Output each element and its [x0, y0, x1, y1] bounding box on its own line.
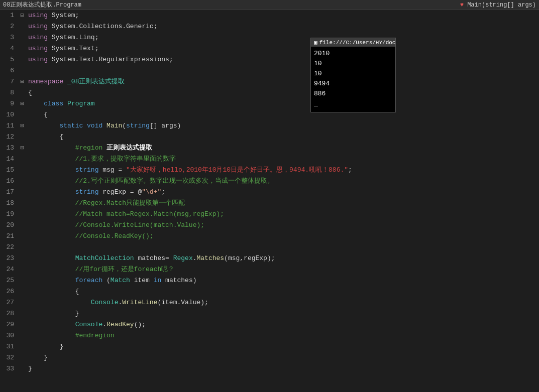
code-content — [26, 242, 539, 253]
token: //1.要求，提取字符串里面的数字 — [28, 155, 176, 163]
token: Console — [75, 321, 103, 328]
code-content: using System.Collections.Generic; — [26, 21, 539, 32]
fold-indicator — [18, 87, 26, 98]
token — [28, 277, 75, 284]
token: using — [28, 23, 48, 30]
fold-indicator — [18, 109, 26, 120]
token — [28, 299, 91, 306]
code-content: //1.要求，提取字符串里面的数字 — [26, 154, 539, 165]
token: static — [59, 122, 83, 129]
fold-indicator — [18, 297, 26, 308]
line-number: 25 — [0, 275, 18, 286]
token — [63, 78, 67, 85]
token: using — [28, 34, 48, 41]
code-content: { — [26, 132, 539, 143]
token — [83, 122, 87, 129]
fold-indicator — [18, 65, 26, 76]
table-row: 20 //Console.WriteLine(match.Value); — [0, 220, 539, 231]
fold-indicator — [18, 220, 26, 231]
code-editor[interactable]: 1⊟using System;2using System.Collections… — [0, 10, 539, 392]
fold-indicator[interactable]: ⊟ — [18, 120, 26, 132]
code-content: //Console.ReadKey(); — [26, 231, 539, 242]
fold-indicator — [18, 308, 26, 319]
token: ; — [161, 188, 165, 196]
title-left: 08正则表达式提取.Program — [3, 1, 270, 9]
token: using — [28, 12, 48, 19]
code-content — [26, 65, 539, 76]
fold-indicator — [18, 32, 26, 43]
line-number: 2 — [0, 21, 18, 32]
token — [28, 188, 75, 196]
table-row: 23 MatchCollection matches= Regex.Matche… — [0, 253, 539, 264]
line-number: 3 — [0, 32, 18, 43]
token: { — [28, 111, 48, 118]
table-row: 29 Console.ReadKey(); — [0, 319, 539, 330]
fold-indicator — [18, 21, 26, 32]
line-number: 19 — [0, 209, 18, 220]
token: using — [28, 56, 48, 63]
line-number: 4 — [0, 43, 18, 54]
token: WriteLine — [122, 299, 157, 306]
token: regExp = @ — [98, 188, 142, 196]
fold-indicator — [18, 275, 26, 286]
token: } — [28, 343, 63, 350]
fold-indicator[interactable]: ⊟ — [18, 10, 26, 21]
code-content: #region 正则表达式提取 — [26, 143, 539, 154]
code-content: using System; — [26, 10, 539, 21]
code-content: static void Main(string[] args) — [26, 120, 539, 132]
table-row: 9⊟ class Program — [0, 98, 539, 109]
code-lines: 1⊟using System;2using System.Collections… — [0, 10, 539, 374]
token: System.Collections.Generic; — [48, 23, 157, 30]
code-content: Console.ReadKey(); — [26, 319, 539, 330]
token — [63, 100, 67, 107]
token: "\d+" — [142, 188, 161, 196]
code-content: } — [26, 341, 539, 352]
token — [28, 166, 75, 174]
token: { — [28, 133, 63, 141]
console-icon: ▣ — [314, 39, 317, 46]
console-line: 9494 — [314, 79, 392, 89]
fold-indicator — [18, 132, 26, 143]
table-row: 10 { — [0, 109, 539, 120]
table-row: 33} — [0, 363, 539, 374]
token: #endregion — [75, 332, 115, 339]
code-content: using System.Text.RegularExpressions; — [26, 54, 539, 65]
token: 正则表达式提取 — [106, 144, 152, 152]
fold-indicator[interactable]: ⊟ — [18, 98, 26, 109]
code-content: //Console.WriteLine(match.Value); — [26, 220, 539, 231]
token: Main — [106, 122, 122, 129]
token: System.Linq; — [48, 34, 98, 41]
token: msg = — [98, 166, 126, 174]
table-row: 21 //Console.ReadKey(); — [0, 231, 539, 242]
code-content: MatchCollection matches= Regex.Matches(m… — [26, 253, 539, 264]
line-number: 17 — [0, 187, 18, 198]
token: matches= — [134, 254, 173, 262]
token: _08正则表达式提取 — [67, 78, 125, 85]
line-number: 12 — [0, 132, 18, 143]
line-number: 8 — [0, 87, 18, 98]
token — [28, 100, 44, 107]
token: System; — [48, 12, 79, 19]
table-row: 22 — [0, 242, 539, 253]
table-row: 8{ — [0, 87, 539, 98]
token — [28, 122, 59, 129]
fold-indicator — [18, 242, 26, 253]
table-row: 2using System.Collections.Generic; — [0, 21, 539, 32]
table-row: 18 //Regex.Match只能提取第一个匹配 — [0, 198, 539, 209]
code-content: namespace _08正则表达式提取 — [26, 76, 539, 87]
fold-indicator — [18, 341, 26, 352]
console-line: 10 — [314, 59, 392, 69]
line-number: 22 — [0, 242, 18, 253]
fold-indicator — [18, 43, 26, 54]
fold-indicator — [18, 165, 26, 176]
table-row: 4using System.Text; — [0, 43, 539, 54]
token: Console — [91, 299, 119, 306]
table-row: 19 //Match match=Regex.Match(msg,regExp)… — [0, 209, 539, 220]
token — [28, 332, 75, 339]
line-number: 16 — [0, 176, 18, 187]
fold-indicator[interactable]: ⊟ — [18, 76, 26, 87]
line-number: 9 — [0, 98, 18, 109]
fold-indicator[interactable]: ⊟ — [18, 143, 26, 154]
heart-icon: ♥ — [460, 2, 464, 9]
line-number: 11 — [0, 120, 18, 132]
